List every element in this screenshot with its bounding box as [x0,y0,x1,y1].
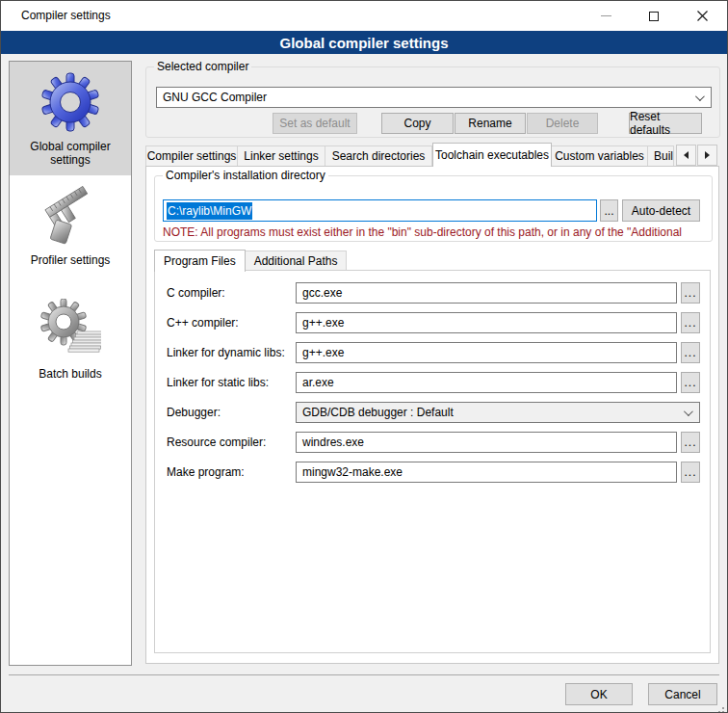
field-value: ar.exe [302,376,334,389]
tab-search-directories[interactable]: Search directories [325,145,432,167]
close-button[interactable] [678,1,726,31]
group-label: Selected compiler [154,60,251,73]
tab-compiler-settings[interactable]: Compiler settings [145,145,238,167]
cpp-compiler-input[interactable]: g++.exe [296,312,677,333]
sidebar-item-batch-builds[interactable]: Batch builds [10,289,131,403]
selected-compiler-group: Selected compiler GNU GCC Compiler Set a… [145,66,720,138]
gear-stack-icon [39,299,101,360]
note-text: NOTE: All programs must exist either in … [163,225,708,239]
reset-defaults-button[interactable]: Reset defaults [629,113,702,134]
installation-directory-group: Compiler's installation directory C:\ray… [154,175,713,242]
sidebar-item-label: Global compiler settings [10,140,131,167]
make-program-input[interactable]: mingw32-make.exe [296,462,677,483]
field-row-static-linker: Linker for static libs: ar.exe ... [167,372,698,393]
caliper-icon [39,185,101,247]
program-files-page: C compiler: gcc.exe ... C++ compiler: g+… [154,270,711,653]
minimize-button[interactable] [582,1,630,31]
tab-toolchain-executables[interactable]: Toolchain executables [432,143,552,167]
field-value: g++.exe [302,316,344,330]
tab-additional-paths[interactable]: Additional Paths [246,251,348,271]
group-label: Compiler's installation directory [163,169,328,182]
sidebar-item-global-compiler-settings[interactable]: Global compiler settings [10,62,131,175]
compiler-settings-dialog: Compiler settings Global compiler settin… [0,0,728,713]
title-bar[interactable]: Compiler settings [1,1,727,31]
tab-program-files[interactable]: Program Files [154,250,246,272]
close-icon [696,10,709,22]
sidebar-item-profiler-settings[interactable]: Profiler settings [10,175,131,289]
footer-divider [9,674,719,675]
delete-button[interactable]: Delete [527,113,598,134]
ok-button[interactable]: OK [565,683,633,705]
c-compiler-input[interactable]: gcc.exe [296,282,677,304]
field-label: Make program: [167,465,296,479]
cancel-button[interactable]: Cancel [648,683,717,705]
minimize-icon [601,15,611,16]
tab-build-options[interactable]: Build options [648,145,674,167]
rename-button[interactable]: Rename [455,113,526,134]
arrow-left-icon [684,151,689,159]
sidebar-item-label: Profiler settings [27,253,115,267]
toolchain-executables-page: Compiler's installation directory C:\ray… [145,166,719,664]
field-label: Linker for dynamic libs: [167,346,296,359]
field-row-resource-compiler: Resource compiler: windres.exe ... [167,432,698,453]
selected-path-text: C:\raylib\MinGW [167,202,252,220]
browse-button[interactable]: ... [681,432,700,453]
installation-directory-input[interactable]: C:\raylib\MinGW [163,199,597,222]
settings-tab-strip: Compiler settings Linker settings Search… [145,145,674,167]
field-row-cpp-compiler: C++ compiler: g++.exe ... [167,312,698,333]
tab-linker-settings[interactable]: Linker settings [238,145,325,167]
auto-detect-button[interactable]: Auto-detect [622,199,700,222]
resize-grip[interactable] [722,707,724,709]
sidebar-item-label: Batch builds [35,367,105,381]
maximize-button[interactable] [630,1,678,31]
browse-button[interactable]: ... [681,282,700,304]
field-row-dynamic-linker: Linker for dynamic libs: g++.exe ... [167,342,698,363]
field-label: C++ compiler: [167,316,296,330]
field-label: C compiler: [167,286,296,300]
field-label: Linker for static libs: [167,376,296,389]
dynamic-linker-input[interactable]: g++.exe [296,342,677,363]
field-value: gcc.exe [302,286,342,300]
browse-button[interactable]: ... [681,462,700,483]
chevron-down-icon [684,407,693,416]
set-as-default-button[interactable]: Set as default [273,113,357,134]
static-linker-input[interactable]: ar.exe [296,372,677,393]
banner-title: Global compiler settings [279,35,448,51]
debugger-select-value: GDB/CDB debugger : Default [302,406,454,419]
arrow-right-icon [705,151,710,159]
tab-custom-variables[interactable]: Custom variables [552,145,648,167]
debugger-select[interactable]: GDB/CDB debugger : Default [296,402,700,423]
field-row-c-compiler: C compiler: gcc.exe ... [167,282,698,304]
field-value: mingw32-make.exe [302,465,403,479]
compiler-select-value: GNU GCC Compiler [163,91,267,104]
maximize-icon [649,12,659,21]
resource-compiler-input[interactable]: windres.exe [296,432,677,453]
field-label: Debugger: [167,406,296,419]
field-row-make-program: Make program: mingw32-make.exe ... [167,462,698,483]
copy-button[interactable]: Copy [381,113,454,134]
browse-button[interactable]: ... [681,372,700,393]
field-label: Resource compiler: [167,436,296,449]
tab-scroll-left-button[interactable] [676,145,696,166]
field-row-debugger: Debugger: GDB/CDB debugger : Default [167,402,698,423]
window-title: Compiler settings [21,9,111,22]
gear-icon [39,71,101,133]
field-value: g++.exe [302,346,344,359]
dialog-banner: Global compiler settings [1,31,727,54]
browse-directory-button[interactable]: ... [600,199,618,222]
field-value: windres.exe [302,436,364,449]
compiler-select[interactable]: GNU GCC Compiler [156,87,712,108]
settings-category-list: Global compiler settings [9,61,132,666]
tab-scroll-right-button[interactable] [697,145,717,166]
toolchain-inner-tab-strip: Program Files Additional Paths [154,250,347,271]
chevron-down-icon [695,92,705,101]
browse-button[interactable]: ... [681,342,700,363]
browse-button[interactable]: ... [681,312,700,333]
